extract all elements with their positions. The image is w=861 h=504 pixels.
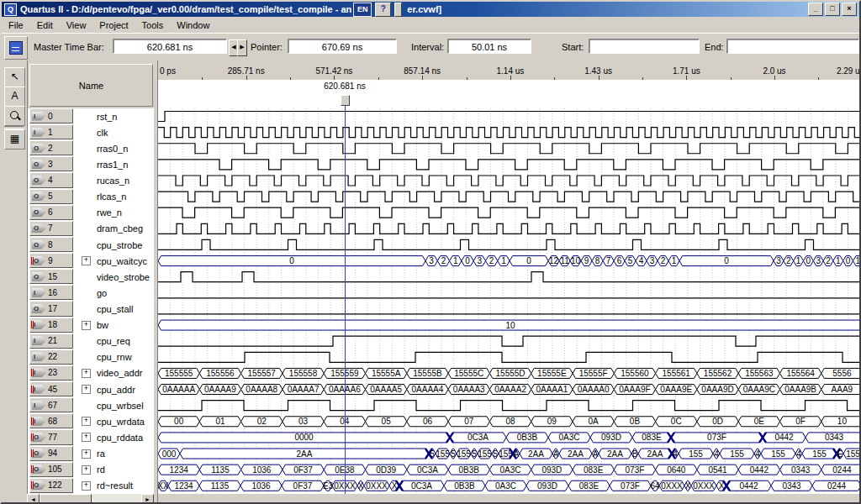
signal-handle[interactable]: O105 (29, 462, 73, 477)
signal-handle[interactable]: O17 (29, 301, 73, 316)
signal-row-dram_cbeg[interactable]: O7dram_cbeg (28, 221, 155, 237)
pointer-field[interactable]: 670.69 ns (288, 39, 397, 54)
hscroll-thumb[interactable] (40, 494, 92, 504)
signal-handle[interactable]: O6 (29, 205, 73, 220)
selection-tool-button[interactable]: ↖ (4, 67, 25, 87)
hscroll-left-button[interactable]: ◄ (27, 494, 40, 504)
menu-item-edit[interactable]: Edit (30, 18, 60, 32)
signal-handle[interactable]: O94 (29, 446, 73, 461)
expand-toggle[interactable]: + (82, 481, 91, 491)
expand-toggle[interactable]: + (82, 256, 91, 265)
signal-name[interactable]: rucas_n (97, 176, 129, 186)
signal-row-go[interactable]: I16go (28, 285, 155, 301)
signal-row-cpu_wrbsel[interactable]: I67cpu_wrbsel (28, 397, 155, 413)
signal-name[interactable]: cpu_stall (97, 304, 133, 314)
signal-handle[interactable]: O77 (29, 429, 73, 444)
signal-row-rras1_n[interactable]: O3rras1_n (28, 156, 155, 172)
signal-row-rst_n[interactable]: I0rst_n (28, 108, 155, 124)
time-bar-spin-right[interactable]: ▶ (237, 39, 247, 56)
menu-item-file[interactable]: File (2, 18, 30, 32)
expand-toggle[interactable]: + (82, 465, 91, 475)
signal-row-cpu_strobe[interactable]: O8cpu_strobe (28, 237, 155, 253)
signal-name[interactable]: clk (97, 128, 108, 138)
signal-handle[interactable]: I68 (29, 413, 73, 428)
signal-row-ra[interactable]: O94+ra (28, 446, 155, 462)
signal-handle[interactable]: O15 (29, 269, 73, 284)
signal-name[interactable]: video_addr (97, 368, 142, 378)
signal-name[interactable]: cpu_addr (97, 385, 135, 395)
signal-handle[interactable]: O4 (29, 172, 73, 187)
signal-row-video_strobe[interactable]: O15video_strobe (28, 269, 155, 285)
menu-item-window[interactable]: Window (170, 18, 216, 32)
language-indicator[interactable]: EN (353, 3, 372, 17)
master-time-bar-field[interactable]: 620.681 ns (113, 39, 227, 54)
minimize-button[interactable]: _ (808, 3, 823, 16)
signal-handle[interactable]: I67 (29, 397, 73, 412)
expand-toggle[interactable]: + (82, 385, 91, 394)
signal-row-rlcas_n[interactable]: O5rlcas_n (28, 189, 155, 205)
signal-row-cpu_rnw[interactable]: I22cpu_rnw (28, 349, 155, 365)
signal-handle[interactable]: I0 (29, 108, 73, 123)
app-icon[interactable]: Q (4, 3, 17, 16)
signal-row-rucas_n[interactable]: O4rucas_n (28, 172, 155, 188)
signal-row-cpu_wrdata[interactable]: I68+cpu_wrdata (28, 413, 155, 429)
signal-row-video_addr[interactable]: I23+video_addr (28, 365, 155, 381)
signal-name[interactable]: rlcas_n (97, 192, 126, 202)
signal-name[interactable]: cpu_waitcyc (97, 256, 147, 266)
signal-handle[interactable]: I23 (29, 365, 73, 381)
close-button[interactable]: × (842, 3, 857, 16)
expand-toggle[interactable]: + (82, 417, 91, 426)
menu-item-view[interactable]: View (60, 18, 93, 32)
expand-toggle[interactable]: + (82, 321, 91, 330)
signal-row-rwe_n[interactable]: O6rwe_n (28, 205, 155, 221)
signal-handle[interactable]: O8 (29, 237, 73, 252)
signal-name[interactable]: go (97, 288, 107, 298)
signal-handle[interactable]: I21 (29, 333, 73, 349)
waveform-canvas[interactable]: 0321032101211109876543210321032101101555… (158, 108, 861, 494)
signal-handle[interactable]: I45 (29, 381, 73, 396)
signal-row-rd~result[interactable]: O122+rd~result (28, 478, 155, 494)
waveform-editor-button[interactable] (4, 36, 28, 60)
signal-handle[interactable]: I1 (29, 124, 73, 139)
signal-name[interactable]: rras0_n (97, 144, 128, 154)
hscroll-right-button[interactable]: ► (141, 494, 154, 504)
signal-handle[interactable]: I16 (29, 285, 73, 300)
signal-name[interactable]: ra (97, 449, 105, 459)
expand-toggle[interactable]: + (82, 369, 91, 378)
interval-field[interactable]: 50.01 ns (447, 39, 531, 54)
signal-name[interactable]: rd~result (97, 480, 133, 491)
time-cursor-handle[interactable] (341, 95, 350, 106)
signal-row-cpu_addr[interactable]: I45+cpu_addr (28, 381, 155, 397)
expand-toggle[interactable]: + (82, 449, 91, 459)
signal-handle[interactable]: I22 (29, 349, 73, 365)
signal-handle[interactable]: O7 (29, 221, 73, 236)
signal-row-rd[interactable]: O105+rd (28, 462, 155, 478)
signal-name[interactable]: cpu_rddata (97, 433, 143, 443)
signal-handle[interactable]: I18 (29, 318, 73, 333)
signal-name[interactable]: bw (97, 320, 108, 330)
signal-name[interactable]: dram_cbeg (97, 223, 143, 234)
signal-row-rras0_n[interactable]: O2rras0_n (28, 140, 155, 156)
language-bar-handle[interactable] (394, 3, 402, 17)
signal-row-clk[interactable]: I1clk (28, 124, 155, 140)
signal-handle[interactable]: O5 (29, 189, 73, 204)
signal-name[interactable]: cpu_wrdata (97, 417, 145, 427)
text-tool-button[interactable]: A (4, 87, 25, 107)
signal-handle[interactable]: O3 (29, 156, 73, 171)
grid-tool-button[interactable]: ▦ (4, 129, 25, 150)
signal-name[interactable]: rd (97, 465, 105, 475)
signal-name[interactable]: cpu_req (97, 336, 130, 346)
end-field[interactable] (726, 39, 859, 54)
signal-handle[interactable]: O2 (29, 140, 73, 155)
signal-name[interactable]: rst_n (97, 112, 117, 122)
signal-row-cpu_req[interactable]: I21cpu_req (28, 333, 155, 349)
time-bar-band[interactable]: 620.681 ns (158, 80, 861, 108)
start-field[interactable] (589, 39, 700, 54)
signal-name[interactable]: video_strobe (97, 272, 150, 282)
signal-name[interactable]: rwe_n (97, 207, 122, 218)
signal-row-bw[interactable]: I18+bw (28, 318, 155, 333)
signal-row-cpu_stall[interactable]: O17cpu_stall (28, 301, 155, 317)
signal-name[interactable]: cpu_strobe (97, 240, 142, 250)
signal-handle[interactable]: O122 (29, 478, 73, 493)
menu-item-tools[interactable]: Tools (135, 18, 171, 32)
